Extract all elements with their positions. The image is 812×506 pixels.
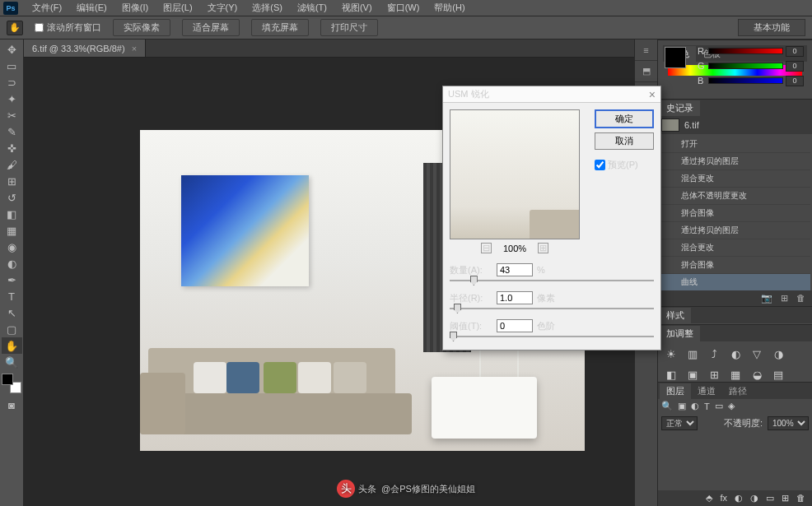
delete-icon[interactable]: 🗑 xyxy=(796,493,805,504)
cancel-button[interactable]: 取消 xyxy=(595,132,654,150)
threshold-slider[interactable] xyxy=(450,336,654,337)
zoom-out-button[interactable]: ⊟ xyxy=(481,243,492,253)
wand-tool[interactable]: ✦ xyxy=(2,91,22,107)
history-item[interactable]: 通过拷贝的图层 xyxy=(660,153,810,170)
adj-photo-icon[interactable]: ▣ xyxy=(686,369,699,381)
fx-icon[interactable]: fx xyxy=(720,493,727,504)
group-icon[interactable]: ▭ xyxy=(766,493,774,504)
amount-input[interactable] xyxy=(497,263,533,276)
camera-icon[interactable]: 📷 xyxy=(761,293,772,304)
history-item[interactable]: 总体不透明度更改 xyxy=(660,188,810,205)
threshold-input[interactable] xyxy=(497,319,533,332)
foreground-swatch[interactable] xyxy=(665,47,686,68)
lasso-tool[interactable]: ⊃ xyxy=(2,74,22,91)
history-brush-tool[interactable]: ↺ xyxy=(2,189,22,206)
fit-screen-button[interactable]: 适合屏幕 xyxy=(182,19,240,36)
close-tab-icon[interactable]: × xyxy=(132,44,137,53)
adj-mixer-icon[interactable]: ⊞ xyxy=(707,369,721,381)
tab-paths[interactable]: 路径 xyxy=(722,383,754,399)
adj-lookup-icon[interactable]: ▦ xyxy=(729,369,742,381)
tab-history[interactable]: 史记录 xyxy=(660,100,700,116)
filter-smart-icon[interactable]: ◈ xyxy=(728,401,735,411)
b-slider[interactable] xyxy=(708,77,783,84)
hand-tool-icon[interactable]: ✋ xyxy=(7,21,23,35)
dodge-tool[interactable]: ◐ xyxy=(2,255,22,272)
r-slider[interactable] xyxy=(708,48,783,54)
actual-pixels-button[interactable]: 实际像素 xyxy=(113,19,170,36)
menu-filter[interactable]: 滤镜(T) xyxy=(290,0,334,16)
crop-tool[interactable]: ✂ xyxy=(2,107,22,123)
brush-tool[interactable]: 🖌 xyxy=(2,156,22,173)
adj-poster-icon[interactable]: ▤ xyxy=(772,369,785,381)
zoom-in-button[interactable]: ⊞ xyxy=(538,243,548,253)
preview-checkbox[interactable]: 预览(P) xyxy=(595,159,654,171)
radius-slider[interactable] xyxy=(450,308,654,309)
pen-tool[interactable]: ✒ xyxy=(2,272,22,288)
shape-tool[interactable]: ▢ xyxy=(2,321,22,337)
zoom-tool[interactable]: 🔍 xyxy=(2,354,22,370)
adj-vibrance-icon[interactable]: ▽ xyxy=(750,348,763,360)
g-slider[interactable] xyxy=(708,63,783,69)
strip-icon[interactable]: ⬒ xyxy=(635,61,657,82)
new-icon[interactable]: ⊞ xyxy=(781,293,788,304)
blur-tool[interactable]: ◉ xyxy=(2,239,22,255)
adj-brightness-icon[interactable]: ☀ xyxy=(665,348,678,360)
history-item[interactable]: 拼合图像 xyxy=(660,205,810,222)
history-item[interactable]: 打开 xyxy=(660,136,810,153)
ok-button[interactable]: 确定 xyxy=(595,109,654,128)
blend-mode-select[interactable]: 正常 xyxy=(661,416,698,430)
tab-layers[interactable]: 图层 xyxy=(660,383,691,399)
history-item[interactable]: 拼合图像 xyxy=(660,257,810,274)
workspace-selector[interactable]: 基本功能 xyxy=(738,19,805,36)
amount-slider[interactable] xyxy=(450,280,654,281)
adjust-icon[interactable]: ◑ xyxy=(750,493,758,504)
preview-image[interactable] xyxy=(450,109,580,239)
menu-type[interactable]: 文字(Y) xyxy=(200,0,245,16)
adj-curves-icon[interactable]: ⤴ xyxy=(707,348,721,360)
menu-layer[interactable]: 图层(L) xyxy=(156,0,199,16)
b-value[interactable]: 0 xyxy=(786,76,804,86)
move-tool[interactable]: ✥ xyxy=(2,41,22,58)
radius-input[interactable] xyxy=(497,291,533,304)
gradient-tool[interactable]: ▦ xyxy=(2,222,22,239)
adj-hue-icon[interactable]: ◑ xyxy=(772,348,785,360)
filter-kind-icon[interactable]: 🔍 xyxy=(661,401,673,411)
tab-styles[interactable]: 样式 xyxy=(660,308,691,323)
tab-channels[interactable]: 通道 xyxy=(691,383,722,399)
history-item[interactable]: 混合更改 xyxy=(660,239,810,257)
trash-icon[interactable]: 🗑 xyxy=(796,293,805,304)
r-value[interactable]: 0 xyxy=(786,46,804,57)
marquee-tool[interactable]: ▭ xyxy=(2,58,22,74)
mask-icon[interactable]: ◐ xyxy=(735,493,743,504)
adj-bw-icon[interactable]: ◧ xyxy=(665,369,678,381)
color-swatches[interactable] xyxy=(2,374,21,393)
close-icon[interactable]: × xyxy=(649,88,656,101)
filter-pixel-icon[interactable]: ▣ xyxy=(678,401,686,411)
strip-icon[interactable]: ≡ xyxy=(635,39,657,61)
adj-invert-icon[interactable]: ◒ xyxy=(750,369,763,381)
tab-adjustments[interactable]: 加调整 xyxy=(660,326,700,341)
fill-screen-button[interactable]: 填充屏幕 xyxy=(251,19,309,36)
g-value[interactable]: 0 xyxy=(786,61,804,72)
adj-levels-icon[interactable]: ▥ xyxy=(686,348,699,360)
menu-edit[interactable]: 编辑(E) xyxy=(69,0,114,16)
type-tool[interactable]: T xyxy=(2,288,22,304)
new-layer-icon[interactable]: ⊞ xyxy=(782,493,789,504)
dialog-titlebar[interactable]: USM 锐化 × xyxy=(443,86,660,103)
menu-help[interactable]: 帮助(H) xyxy=(427,0,472,16)
document-tab[interactable]: 6.tif @ 33.3%(RGB/8#) × xyxy=(24,39,146,57)
history-snapshot[interactable]: 6.tif xyxy=(658,116,812,134)
stamp-tool[interactable]: ⊞ xyxy=(2,173,22,189)
filter-type-icon[interactable]: T xyxy=(704,402,710,411)
menu-select[interactable]: 选择(S) xyxy=(245,0,290,16)
eyedropper-tool[interactable]: ✎ xyxy=(2,123,22,140)
menu-view[interactable]: 视图(V) xyxy=(334,0,380,16)
menu-window[interactable]: 窗口(W) xyxy=(380,0,427,16)
filter-adj-icon[interactable]: ◐ xyxy=(691,401,699,411)
history-item[interactable]: 通过拷贝的图层 xyxy=(660,222,810,239)
hand-tool[interactable]: ✋ xyxy=(2,337,22,354)
print-size-button[interactable]: 打印尺寸 xyxy=(320,19,378,36)
history-item[interactable]: 混合更改 xyxy=(660,170,810,188)
history-item[interactable]: 曲线 xyxy=(660,274,810,290)
menu-image[interactable]: 图像(I) xyxy=(114,0,156,16)
